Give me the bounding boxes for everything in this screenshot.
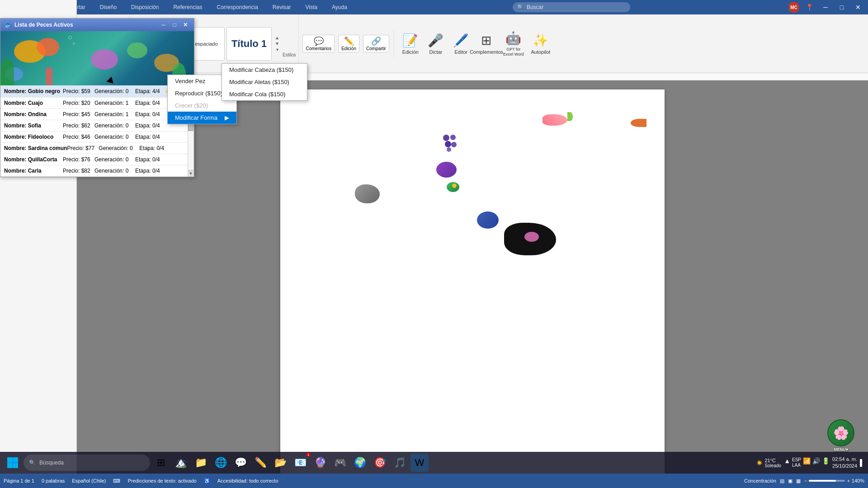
status-right: Concentración ▤ ▣ ▦ − + 140% — [744, 478, 864, 484]
compartir-btn[interactable]: 🔗 Compartir — [363, 35, 389, 52]
concentracion-label[interactable]: Concentración — [744, 478, 776, 483]
sub-aletas[interactable]: Modificar Aletas ($150) — [222, 76, 307, 88]
taskbar-files-icon[interactable]: 📂 — [271, 454, 289, 472]
lang-indicator[interactable]: ESPLAA — [792, 457, 801, 468]
taskbar-view-btn[interactable]: ⊞ — [152, 454, 170, 472]
tray-expand[interactable]: ▲ — [784, 457, 790, 468]
fish-window-maximize[interactable]: □ — [170, 20, 179, 30]
titulo-label: Título 1 — [231, 38, 267, 50]
fish-window-close[interactable]: ✕ — [180, 20, 190, 30]
complementos-label: Complementos — [470, 49, 503, 55]
taskbar-app11[interactable]: 🎯 — [371, 454, 389, 472]
weather-temp: 21°C — [764, 458, 781, 463]
show-desktop-btn[interactable]: ▌ — [860, 459, 864, 466]
doc-page — [280, 89, 665, 474]
fish-row-carla[interactable]: Nombre: Carla Precio: $82 Generación: 0 … — [0, 165, 194, 177]
edicion-big-btn[interactable]: 📝 Edición — [399, 26, 422, 62]
autopilot-btn[interactable]: ✨ Autopilot — [529, 26, 552, 62]
sub-cabeza[interactable]: Modificar Cabeza ($150) — [222, 64, 307, 76]
taskbar-app8[interactable]: 🔮 — [311, 454, 329, 472]
restore-btn[interactable]: □ — [835, 1, 848, 14]
weather-widget: ☀️ 21°C Soleado — [756, 458, 781, 468]
taskbar-folder-icon[interactable]: 📁 — [192, 454, 210, 472]
wifi-icon[interactable]: 📶 — [803, 457, 811, 468]
fish-gen-fideoloco: Generación: 0 — [94, 134, 135, 140]
diseno-tab[interactable]: Diseño — [93, 0, 124, 14]
taskbar-clock[interactable]: 02:54 a. m. 25/10/2024 — [832, 456, 857, 470]
revisar-tab[interactable]: Revisar — [265, 0, 298, 14]
fish-etapa-quillacorta: Etapa: 0/4 — [135, 156, 165, 163]
minimize-btn[interactable]: ─ — [819, 1, 832, 14]
zoom-decrease-btn[interactable]: − — [804, 478, 807, 483]
fish-row-ondina[interactable]: Nombre: Ondina Precio: $45 Generación: 1… — [0, 109, 194, 120]
dictar-label: Dictar — [429, 49, 443, 55]
estilos-label: Estilos — [283, 52, 296, 57]
taskbar-word-icon[interactable]: W — [410, 454, 429, 472]
fish-row-sofia[interactable]: Nombre: Sofia Precio: $62 Generación: 0 … — [0, 120, 194, 131]
taskbar-mountain-icon[interactable]: 🏔️ — [172, 454, 190, 472]
fish-gen-gobio: Generación: 0 — [94, 88, 135, 94]
taskbar-chrome-icon[interactable]: 🌐 — [212, 454, 230, 472]
taskbar-pen-icon[interactable]: ✏️ — [251, 454, 269, 472]
layout-icon2[interactable]: ▣ — [788, 478, 793, 484]
zoom-slider[interactable] — [809, 480, 845, 482]
dictar-btn[interactable]: 🎤 Dictar — [424, 26, 448, 62]
scroll-down-btn[interactable]: ▼ — [188, 170, 194, 177]
edicion-btn[interactable]: ✏️ Edición — [338, 35, 359, 52]
ayuda-tab[interactable]: Ayuda — [325, 0, 354, 14]
battery-icon[interactable]: 🔋 — [822, 457, 830, 468]
complementos-icon: ⊞ — [481, 33, 491, 48]
submenu-arrow-icon: ▶ — [225, 114, 229, 121]
sub-menu: Modificar Cabeza ($150) Modificar Aletas… — [222, 63, 307, 101]
fish-row-gobio[interactable]: Nombre: Gobio negro Precio: $59 Generaci… — [0, 85, 194, 98]
taskbar-search-placeholder: Búsqueda — [39, 460, 64, 466]
taskbar-app12[interactable]: 🎵 — [391, 454, 409, 472]
vista-tab[interactable]: Vista — [298, 0, 325, 14]
fish-container — [280, 89, 665, 474]
correspondencia-tab[interactable]: Correspondencia — [209, 0, 265, 14]
fish-window-minimize[interactable]: ─ — [159, 20, 169, 30]
comentarios-btn[interactable]: 💬 Comentarios — [302, 35, 335, 52]
fish-row-sardina[interactable]: Nombre: Sardina comun Precio: $77 Genera… — [0, 143, 194, 154]
start-button[interactable] — [4, 454, 22, 472]
search-icon: 🔍 — [517, 4, 524, 10]
menu-logo[interactable]: 🌸 MENU▾ — [827, 419, 854, 452]
ctx-modificar-forma[interactable]: Modificar Forma ▶ — [168, 112, 236, 124]
sub-cola[interactable]: Modificar Cola ($150) — [222, 88, 307, 100]
predicciones-status: Predicciones de texto: activado — [127, 478, 196, 483]
disposicion-tab[interactable]: Disposición — [124, 0, 166, 14]
sys-tray-icons: ▲ ESPLAA 📶 🔊 🔋 — [784, 457, 830, 468]
gpt-btn[interactable]: 🤖 GPT forExcel Word — [500, 26, 527, 62]
location-icon-btn[interactable]: 📍 — [803, 1, 816, 14]
taskbar-teams-icon[interactable]: 💬 — [231, 454, 250, 472]
scroll-more-btn[interactable]: ▾ — [274, 47, 281, 52]
style-titulo1[interactable]: Título 1 — [226, 27, 272, 61]
close-btn[interactable]: ✕ — [852, 1, 864, 14]
scroll-up-btn[interactable]: ▲ — [274, 35, 281, 40]
zoom-bar: − + 140% — [804, 478, 864, 483]
user-avatar[interactable]: MC — [788, 2, 799, 13]
scroll-down-btn[interactable]: ▼ — [274, 41, 281, 46]
fish-window-title-bar[interactable]: 🐟 Lista de Peces Activos ─ □ ✕ — [0, 19, 194, 31]
taskbar-app10[interactable]: 🌍 — [351, 454, 369, 472]
search-box[interactable]: 🔍 Buscar — [513, 2, 630, 12]
taskbar-right: ☀️ 21°C Soleado ▲ ESPLAA 📶 🔊 🔋 02:54 a. … — [756, 456, 864, 470]
edicion-big-label: Edición — [402, 49, 419, 55]
fish-window-controls: ─ □ ✕ — [159, 20, 190, 30]
layout-icon3[interactable]: ▦ — [796, 478, 801, 484]
editor-btn[interactable]: 🖊️ Editor — [449, 26, 473, 62]
taskbar-app9[interactable]: 🎮 — [331, 454, 349, 472]
taskbar-mail-icon[interactable]: 📧 1 — [291, 454, 309, 472]
fish-row-fideoloco[interactable]: Nombre: Fideoloco Precio: $46 Generación… — [0, 131, 194, 143]
layout-icon1[interactable]: ▤ — [780, 478, 784, 484]
volume-icon[interactable]: 🔊 — [812, 457, 820, 468]
fish-purple-single — [436, 162, 457, 178]
referencias-tab[interactable]: Referencias — [166, 0, 209, 14]
fish-row-cuajo[interactable]: Nombre: Cuajo Precio: $20 Generación: 1 … — [0, 98, 194, 109]
fish-row-quillacorta[interactable]: Nombre: QuillaCorta Precio: $76 Generaci… — [0, 154, 194, 165]
fish-name-carla: Nombre: Carla — [4, 168, 63, 174]
taskbar-search[interactable]: 🔍 Búsqueda — [24, 455, 150, 471]
complementos-btn[interactable]: ⊞ Complementos — [475, 26, 498, 62]
zoom-increase-btn[interactable]: + — [847, 478, 849, 483]
fish-pink-accent — [524, 232, 539, 242]
